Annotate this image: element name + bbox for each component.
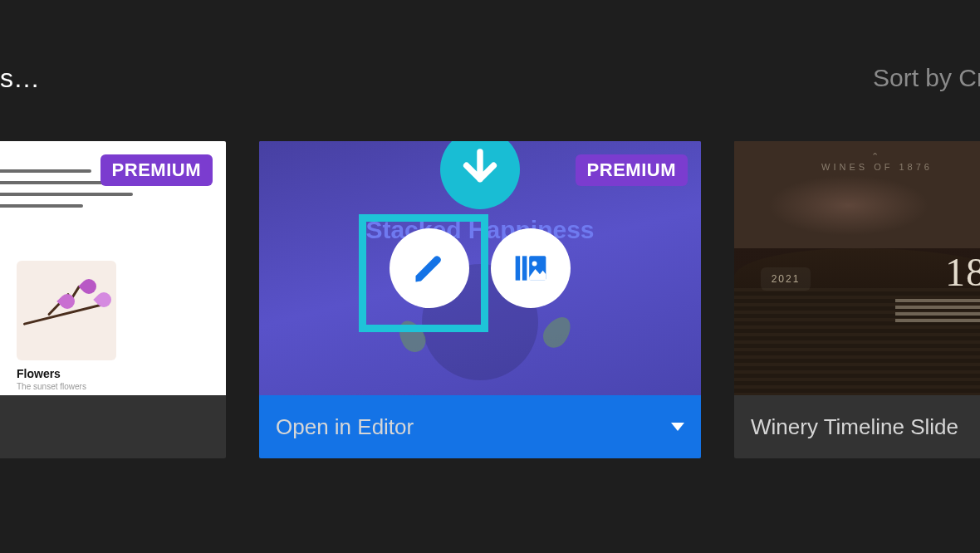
open-in-editor-label: Open in Editor <box>276 414 414 440</box>
page-title-fragment: s… <box>0 63 40 94</box>
template-card-3[interactable]: ⌃WINES OF 1876 2021 1876 Winery Timeline… <box>734 141 980 458</box>
year-large: 1876 <box>945 249 980 295</box>
template-thumb-3[interactable]: ⌃WINES OF 1876 2021 1876 <box>734 141 980 395</box>
mini-label-flowers: Flowers <box>17 367 61 380</box>
cards-row: Flowers The sunset flowers PREMIUM o1 St… <box>0 141 980 458</box>
svg-rect-1 <box>522 256 527 280</box>
premium-badge: PREMIUM <box>576 154 688 186</box>
premium-badge: PREMIUM <box>100 154 213 186</box>
text-line <box>0 169 91 173</box>
top-bar: s… Sort by Cr <box>0 60 980 96</box>
hover-actions <box>390 228 571 308</box>
svg-point-3 <box>532 262 537 267</box>
chevron-down-icon <box>671 423 684 431</box>
template-card-1[interactable]: Flowers The sunset flowers PREMIUM o1 <box>0 141 226 458</box>
mini-sub-flowers: The sunset flowers <box>17 382 86 391</box>
text-line <box>0 181 116 184</box>
text-line <box>0 193 133 196</box>
pencil-icon <box>411 250 448 286</box>
template-thumb-1[interactable]: Flowers The sunset flowers PREMIUM <box>0 141 226 395</box>
sort-by-label[interactable]: Sort by Cr <box>873 64 980 92</box>
vines-graphic <box>734 288 980 395</box>
gallery-button[interactable] <box>491 228 571 308</box>
year-badge-small: 2021 <box>761 267 811 291</box>
gallery-icon <box>512 250 549 286</box>
template-thumb-2[interactable]: Stacked Happiness PREMIUM <box>259 141 701 395</box>
card-footer-1: o1 <box>0 395 226 458</box>
emblem-text: ⌃WINES OF 1876 <box>821 151 933 172</box>
copy-lines <box>895 299 980 302</box>
text-line <box>0 204 83 208</box>
arrow-down-icon <box>457 146 503 193</box>
card-title-3: Winery Timeline Slide <box>751 414 958 440</box>
template-card-2[interactable]: Stacked Happiness PREMIUM <box>259 141 701 458</box>
card-title-1: o1 <box>0 414 1 440</box>
svg-rect-0 <box>516 256 521 280</box>
card-footer-3: Winery Timeline Slide <box>734 395 980 458</box>
mini-photo-flowers <box>17 261 116 360</box>
open-in-editor-button[interactable]: Open in Editor <box>259 395 701 458</box>
edit-button[interactable] <box>390 228 469 308</box>
